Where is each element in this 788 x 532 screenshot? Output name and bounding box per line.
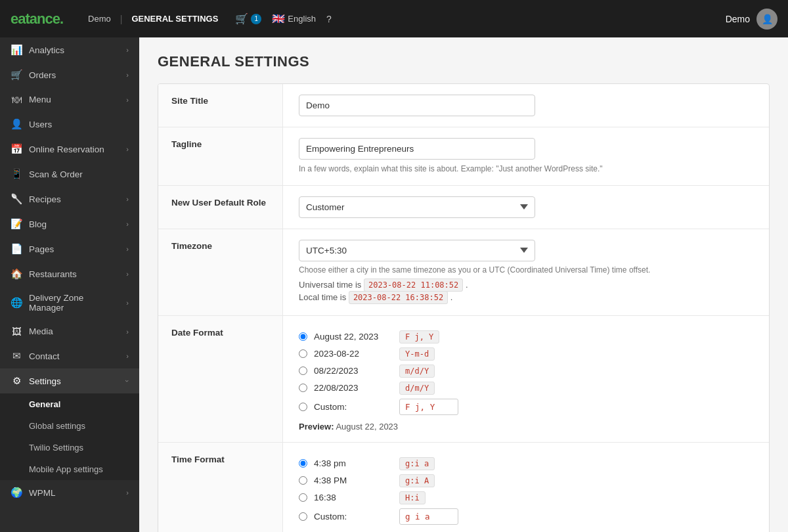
sidebar-item-contact[interactable]: ✉ Contact › (0, 344, 139, 368)
sidebar-item-settings[interactable]: ⚙ Settings › (0, 368, 139, 393)
sidebar-item-menu[interactable]: 🍽 Menu › (0, 87, 139, 112)
date-radio-1[interactable] (299, 332, 307, 341)
time-label-3[interactable]: 16:38 (314, 493, 393, 502)
sidebar-item-recipes[interactable]: 🥄 Recipes › (0, 187, 139, 211)
menu-icon: 🍽 (11, 94, 22, 105)
date-label-custom[interactable]: Custom: (314, 402, 393, 412)
date-option-4: 22/08/2023 d/m/Y (299, 382, 753, 395)
date-preview-value: August 22, 2023 (336, 422, 398, 432)
time-label-1[interactable]: 4:38 pm (314, 458, 393, 468)
site-title-row: Site Title (158, 84, 769, 127)
tagline-input[interactable] (299, 138, 535, 160)
sidebar-item-blog[interactable]: 📝 Blog › (0, 211, 139, 236)
time-format-content: 4:38 pm g:i a 4:38 PM g:i A 16:38 H:i (283, 443, 769, 532)
date-radio-2[interactable] (299, 349, 307, 358)
sidebar-label-users: Users (29, 120, 52, 129)
sidebar-item-pages[interactable]: 📄 Pages › (0, 236, 139, 261)
date-code-3: m/d/Y (399, 365, 435, 378)
sidebar-item-media[interactable]: 🖼 Media › (0, 319, 139, 344)
nav-general-settings[interactable]: GENERAL SETTINGS (125, 10, 225, 28)
topbar: eatance. Demo | GENERAL SETTINGS 🛒 1 🇬🇧 … (0, 0, 788, 37)
sidebar-item-users[interactable]: 👤 Users (0, 112, 139, 137)
time-option-2: 4:38 PM g:i A (299, 474, 753, 487)
time-option-3: 16:38 H:i (299, 491, 753, 504)
topbar-language[interactable]: 🇬🇧 English (272, 12, 316, 25)
topbar-right: Demo 👤 (726, 9, 777, 30)
sidebar-item-delivery-zone[interactable]: 🌐 Delivery Zone Manager › (0, 286, 139, 319)
sidebar-label-media: Media (29, 326, 53, 336)
local-time: Local time is 2023-08-22 16:38:52 . (299, 292, 753, 302)
help-button[interactable]: ? (326, 14, 332, 24)
tagline-row: Tagline In a few words, explain what thi… (158, 127, 769, 186)
sidebar-label-settings: Settings (29, 376, 61, 386)
chevron-icon: › (126, 46, 129, 54)
site-title-label: Site Title (158, 84, 283, 127)
logo-dot: . (60, 11, 63, 27)
date-custom-input[interactable] (399, 399, 458, 415)
nav-demo[interactable]: Demo (81, 10, 118, 28)
local-time-value: 2023-08-22 16:38:52 (349, 291, 448, 304)
date-radio-3[interactable] (299, 366, 307, 375)
sidebar-label-restaurants: Restaurants (29, 269, 77, 279)
avatar[interactable]: 👤 (756, 9, 777, 30)
sidebar-item-wpml[interactable]: 🌍 WPML › (0, 480, 139, 505)
date-label-3[interactable]: 08/22/2023 (314, 366, 393, 376)
sidebar-item-scan-order[interactable]: 📱 Scan & Order (0, 162, 139, 187)
date-label-2[interactable]: 2023-08-22 (314, 349, 393, 359)
cart-icon: 🛒 (235, 12, 248, 25)
contact-icon: ✉ (11, 350, 22, 362)
submenu-twilio[interactable]: Twilio Settings (0, 437, 139, 458)
tagline-content: In a few words, explain what this site i… (283, 127, 769, 185)
timezone-content: UTC+5:30 UTC Choose either a city in the… (283, 229, 769, 315)
sidebar-label-delivery: Delivery Zone Manager (29, 293, 120, 313)
sidebar-label-analytics: Analytics (29, 45, 64, 55)
site-title-input[interactable] (299, 95, 535, 116)
chevron-icon: › (126, 328, 129, 336)
site-title-content (283, 84, 769, 127)
new-user-select[interactable]: Customer Administrator Editor (299, 196, 535, 218)
time-custom-input[interactable] (399, 508, 458, 525)
submenu-general[interactable]: General (0, 393, 139, 415)
submenu-mobile-app[interactable]: Mobile App settings (0, 458, 139, 480)
sidebar-label-orders: Orders (29, 70, 56, 80)
time-option-1: 4:38 pm g:i a (299, 457, 753, 470)
sidebar-item-orders[interactable]: 🛒 Orders › (0, 62, 139, 87)
topbar-cart[interactable]: 🛒 1 (235, 12, 261, 25)
time-label-2[interactable]: 4:38 PM (314, 476, 393, 485)
timezone-row: Timezone UTC+5:30 UTC Choose either a ci… (158, 229, 769, 316)
date-code-2: Y-m-d (399, 347, 435, 361)
sidebar-item-online-reservation[interactable]: 📅 Online Reservation › (0, 137, 139, 162)
date-radio-custom[interactable] (299, 403, 307, 411)
time-code-2: g:i A (399, 474, 435, 487)
tagline-label: Tagline (158, 127, 283, 185)
chevron-icon: › (126, 71, 129, 79)
sidebar-item-restaurants[interactable]: 🏠 Restaurants › (0, 261, 139, 286)
chevron-down-icon: › (123, 380, 131, 382)
submenu-global-settings[interactable]: Global settings (0, 415, 139, 437)
time-radio-custom[interactable] (299, 512, 307, 521)
users-icon: 👤 (11, 118, 22, 130)
date-code-4: d/m/Y (399, 382, 435, 395)
date-label-4[interactable]: 22/08/2023 (314, 383, 393, 393)
date-option-1: August 22, 2023 F j, Y (299, 330, 753, 344)
nav-sep: | (120, 14, 123, 24)
sidebar-label-contact: Contact (29, 351, 60, 361)
main-layout: 📊 Analytics › 🛒 Orders › 🍽 Menu › 👤 User… (0, 37, 788, 532)
date-format-label: Date Format (158, 316, 283, 442)
date-label-1[interactable]: August 22, 2023 (314, 332, 393, 342)
time-radio-3[interactable] (299, 493, 307, 502)
date-option-custom: Custom: (299, 399, 753, 415)
new-user-content: Customer Administrator Editor (283, 186, 769, 229)
time-radio-1[interactable] (299, 459, 307, 468)
sidebar-item-analytics[interactable]: 📊 Analytics › (0, 37, 139, 62)
chevron-icon: › (126, 299, 129, 307)
time-radio-2[interactable] (299, 476, 307, 485)
sidebar-label-blog: Blog (29, 219, 47, 229)
sidebar-label-pages: Pages (29, 244, 54, 254)
timezone-select[interactable]: UTC+5:30 UTC (299, 240, 535, 261)
new-user-role-row: New User Default Role Customer Administr… (158, 186, 769, 229)
date-radio-4[interactable] (299, 384, 307, 392)
sidebar-label-reservation: Online Reservation (29, 144, 104, 154)
time-label-custom[interactable]: Custom: (314, 512, 393, 521)
chevron-icon: › (126, 489, 129, 497)
